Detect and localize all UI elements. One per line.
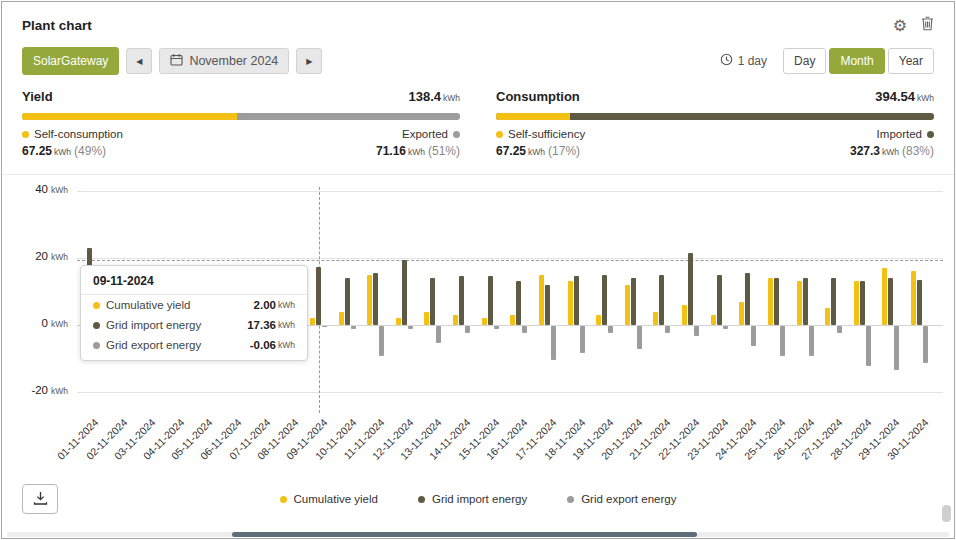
bar-export-19-11-2024[interactable] <box>608 326 613 333</box>
horizontal-scrollbar[interactable] <box>7 532 949 537</box>
download-button[interactable] <box>22 484 58 514</box>
bar-import-13-11-2024[interactable] <box>430 278 435 325</box>
tooltip-row: Cumulative yield 2.00kWh <box>81 295 307 315</box>
bar-yield-27-11-2024[interactable] <box>825 308 830 325</box>
bar-import-12-11-2024[interactable] <box>402 260 407 325</box>
bar-export-28-11-2024[interactable] <box>866 326 871 366</box>
bar-export-09-11-2024[interactable] <box>322 326 327 327</box>
bar-yield-19-11-2024[interactable] <box>596 315 601 325</box>
bar-import-09-11-2024[interactable] <box>316 267 321 325</box>
prev-period-button[interactable]: ◀ <box>126 48 152 74</box>
bar-export-20-11-2024[interactable] <box>637 326 642 349</box>
bar-import-19-11-2024[interactable] <box>602 275 607 325</box>
bar-import-29-11-2024[interactable] <box>888 278 893 325</box>
view-month-button[interactable]: Month <box>829 48 884 74</box>
date-picker-label: November 2024 <box>189 54 278 68</box>
bar-export-21-11-2024[interactable] <box>665 326 670 333</box>
bar-import-21-11-2024[interactable] <box>659 275 664 325</box>
plant-chart-card: Plant chart ⚙ SolarGateway ◀ November 20… <box>1 1 955 539</box>
bar-yield-30-11-2024[interactable] <box>911 271 916 325</box>
bar-import-15-11-2024[interactable] <box>488 276 493 325</box>
download-icon <box>33 491 48 508</box>
bar-yield-24-11-2024[interactable] <box>739 302 744 325</box>
bar-yield-09-11-2024[interactable] <box>310 318 315 325</box>
bar-export-25-11-2024[interactable] <box>780 326 785 356</box>
bar-export-27-11-2024[interactable] <box>837 326 842 333</box>
x-axis-labels: 01-11-202402-11-202403-11-202404-11-2024… <box>77 408 943 474</box>
y-axis-label: 40kWh <box>12 183 68 195</box>
bar-export-26-11-2024[interactable] <box>809 326 814 356</box>
calendar-icon <box>170 53 183 69</box>
bar-import-27-11-2024[interactable] <box>831 278 836 325</box>
header: Plant chart ⚙ <box>2 2 954 43</box>
date-picker-button[interactable]: November 2024 <box>159 48 289 74</box>
bar-yield-11-11-2024[interactable] <box>367 275 372 325</box>
bar-import-10-11-2024[interactable] <box>345 278 350 325</box>
bar-export-30-11-2024[interactable] <box>923 326 928 363</box>
delete-trash-icon[interactable] <box>921 16 934 35</box>
bar-export-12-11-2024[interactable] <box>408 326 413 329</box>
yield-total-unit: kWh <box>443 93 460 103</box>
bar-import-26-11-2024[interactable] <box>803 278 808 325</box>
bar-import-14-11-2024[interactable] <box>459 276 464 325</box>
bar-import-23-11-2024[interactable] <box>717 275 722 325</box>
summary-section: Yield 138.4kWh Self-consumption Exported… <box>2 87 954 175</box>
bar-yield-29-11-2024[interactable] <box>882 268 887 325</box>
bar-export-18-11-2024[interactable] <box>580 326 585 353</box>
bar-yield-23-11-2024[interactable] <box>711 315 716 325</box>
bar-export-16-11-2024[interactable] <box>522 326 527 333</box>
toolbar-right: 1 day Day Month Year <box>720 48 934 74</box>
threshold-dashed-line <box>77 260 943 261</box>
bar-export-23-11-2024[interactable] <box>723 326 728 329</box>
bar-yield-14-11-2024[interactable] <box>453 315 458 325</box>
bar-export-22-11-2024[interactable] <box>694 326 699 336</box>
bar-export-17-11-2024[interactable] <box>551 326 556 360</box>
bar-export-24-11-2024[interactable] <box>751 326 756 346</box>
bar-yield-21-11-2024[interactable] <box>653 312 658 325</box>
bar-export-10-11-2024[interactable] <box>351 326 356 329</box>
bar-yield-25-11-2024[interactable] <box>768 278 773 325</box>
bar-export-15-11-2024[interactable] <box>494 326 499 329</box>
horizontal-scrollbar-thumb[interactable] <box>232 532 697 537</box>
interval-indicator: 1 day <box>720 53 767 69</box>
bar-import-28-11-2024[interactable] <box>860 281 865 325</box>
bar-yield-16-11-2024[interactable] <box>510 315 515 325</box>
legend-item-yield[interactable]: Cumulative yield <box>280 493 378 505</box>
bar-yield-28-11-2024[interactable] <box>854 281 859 325</box>
bar-yield-10-11-2024[interactable] <box>339 312 344 325</box>
tooltip-row: Grid export energy -0.06kWh <box>81 335 307 360</box>
gateway-button[interactable]: SolarGateway <box>22 47 119 75</box>
next-period-button[interactable]: ▶ <box>296 48 322 74</box>
bar-import-30-11-2024[interactable] <box>917 280 922 325</box>
toolbar-left: SolarGateway ◀ November 2024 ▶ <box>22 47 322 75</box>
bar-yield-22-11-2024[interactable] <box>682 305 687 325</box>
bar-export-13-11-2024[interactable] <box>436 326 441 343</box>
bar-yield-26-11-2024[interactable] <box>797 281 802 325</box>
bar-import-16-11-2024[interactable] <box>516 281 521 325</box>
bar-export-11-11-2024[interactable] <box>379 326 384 356</box>
bar-yield-13-11-2024[interactable] <box>424 312 429 325</box>
bar-import-22-11-2024[interactable] <box>688 253 693 325</box>
legend-item-export[interactable]: Grid export energy <box>567 493 676 505</box>
bar-import-25-11-2024[interactable] <box>774 278 779 325</box>
legend-item-import[interactable]: Grid import energy <box>418 493 527 505</box>
bar-import-18-11-2024[interactable] <box>574 276 579 325</box>
bar-import-20-11-2024[interactable] <box>631 278 636 325</box>
bar-yield-18-11-2024[interactable] <box>568 281 573 325</box>
tooltip-row: Grid import energy 17.36kWh <box>81 315 307 335</box>
view-day-button[interactable]: Day <box>783 48 826 74</box>
bar-import-11-11-2024[interactable] <box>373 273 378 325</box>
bar-yield-15-11-2024[interactable] <box>482 318 487 325</box>
bar-yield-17-11-2024[interactable] <box>539 275 544 325</box>
bar-yield-20-11-2024[interactable] <box>625 285 630 325</box>
gridline <box>77 392 943 393</box>
bar-yield-12-11-2024[interactable] <box>396 318 401 325</box>
bar-import-24-11-2024[interactable] <box>745 273 750 325</box>
bar-export-29-11-2024[interactable] <box>894 326 899 370</box>
bar-export-14-11-2024[interactable] <box>465 326 470 333</box>
view-year-button[interactable]: Year <box>888 48 934 74</box>
bar-import-17-11-2024[interactable] <box>545 285 550 325</box>
settings-gear-icon[interactable]: ⚙ <box>893 18 907 34</box>
yield-dot-icon <box>93 302 100 309</box>
vertical-scrollbar-thumb[interactable] <box>942 505 951 522</box>
